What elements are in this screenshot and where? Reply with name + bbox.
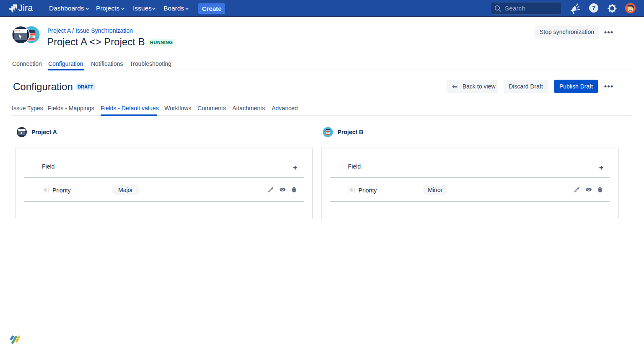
svg-text:?: ? <box>592 5 596 11</box>
